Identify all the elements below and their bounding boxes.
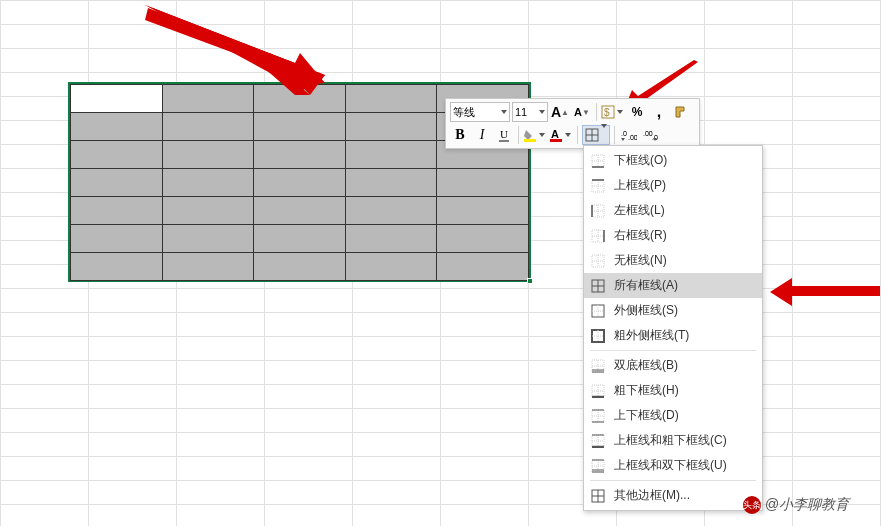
fill-handle[interactable] <box>527 278 533 284</box>
menu-item-label: 外侧框线(S) <box>614 302 754 319</box>
underline-icon: U <box>497 128 511 142</box>
border-menu-item-top_thick_bottom[interactable]: 上框线和粗下框线(C) <box>584 428 762 453</box>
menu-item-label: 左框线(L) <box>614 202 754 219</box>
border-menu-item-none[interactable]: 无框线(N) <box>584 248 762 273</box>
menu-item-label: 其他边框(M)... <box>614 487 754 504</box>
menu-separator <box>590 480 756 481</box>
bold-button[interactable]: B <box>450 125 470 145</box>
decrease-font-button[interactable]: A▼ <box>572 102 592 122</box>
watermark: 头条 @小李聊教育 <box>743 496 849 514</box>
font-color-icon: A <box>549 128 563 142</box>
menu-item-label: 上框线和双下框线(U) <box>614 457 754 474</box>
watermark-text: @小李聊教育 <box>765 496 849 514</box>
border-menu-item-right[interactable]: 右框线(R) <box>584 223 762 248</box>
border-double_bottom-icon <box>590 358 606 374</box>
border-bottom-icon <box>590 153 606 169</box>
border-right-icon <box>590 228 606 244</box>
font-family-select[interactable]: 等线 <box>450 102 510 122</box>
font-color-button[interactable]: A <box>549 125 573 145</box>
svg-text:.0: .0 <box>621 130 627 137</box>
increase-decimal-button[interactable]: .0.00 <box>619 125 639 145</box>
border-top-icon <box>590 178 606 194</box>
paint-bucket-icon <box>523 128 537 142</box>
menu-item-label: 所有框线(A) <box>614 277 754 294</box>
menu-item-label: 上下框线(D) <box>614 407 754 424</box>
borders-icon <box>585 128 599 142</box>
font-size-value: 11 <box>515 106 527 118</box>
currency-icon: $ <box>601 105 615 119</box>
border-menu-item-outside[interactable]: 外侧框线(S) <box>584 298 762 323</box>
border-left-icon <box>590 203 606 219</box>
font-size-select[interactable]: 11 <box>512 102 548 122</box>
menu-item-label: 双底框线(B) <box>614 357 754 374</box>
mini-toolbar: 等线 11 A▲ A▼ $ % , B I <box>445 98 700 149</box>
menu-item-label: 右框线(R) <box>614 227 754 244</box>
border-menu-item-thick_outside[interactable]: 粗外侧框线(T) <box>584 323 762 348</box>
border-outside-icon <box>590 303 606 319</box>
svg-rect-8 <box>524 139 536 142</box>
menu-item-label: 上框线(P) <box>614 177 754 194</box>
border-top_bottom-icon <box>590 408 606 424</box>
menu-item-label: 粗外侧框线(T) <box>614 327 754 344</box>
svg-text:.00: .00 <box>628 134 637 141</box>
border-menu-item-top_bottom[interactable]: 上下框线(D) <box>584 403 762 428</box>
border-top_thick_bottom-icon <box>590 433 606 449</box>
border-more-icon <box>590 488 606 504</box>
border-thick_outside-icon <box>590 328 606 344</box>
border-thick_bottom-icon <box>590 383 606 399</box>
border-all-icon <box>590 278 606 294</box>
percent-button[interactable]: % <box>627 102 647 122</box>
svg-text:U: U <box>500 128 508 140</box>
toutiao-icon: 头条 <box>743 496 761 514</box>
increase-decimal-icon: .0.00 <box>621 128 637 142</box>
border-menu-item-bottom[interactable]: 下框线(O) <box>584 148 762 173</box>
fill-color-button[interactable] <box>523 125 547 145</box>
italic-button[interactable]: I <box>472 125 492 145</box>
underline-button[interactable]: U <box>494 125 514 145</box>
menu-separator <box>590 350 756 351</box>
border-menu-item-more[interactable]: 其他边框(M)... <box>584 483 762 508</box>
svg-rect-10 <box>550 139 562 142</box>
border-none-icon <box>590 253 606 269</box>
svg-text:$: $ <box>604 107 610 118</box>
border-menu-item-double_bottom[interactable]: 双底框线(B) <box>584 353 762 378</box>
increase-font-button[interactable]: A▲ <box>550 102 570 122</box>
border-menu-item-thick_bottom[interactable]: 粗下框线(H) <box>584 378 762 403</box>
border-menu-item-left[interactable]: 左框线(L) <box>584 198 762 223</box>
menu-item-label: 粗下框线(H) <box>614 382 754 399</box>
menu-item-label: 下框线(O) <box>614 152 754 169</box>
border-menu-item-top_double_bottom[interactable]: 上框线和双下框线(U) <box>584 453 762 478</box>
border-menu-item-all[interactable]: 所有框线(A) <box>584 273 762 298</box>
svg-text:A: A <box>551 128 559 140</box>
font-family-value: 等线 <box>453 105 475 120</box>
borders-dropdown-menu: 下框线(O)上框线(P)左框线(L)右框线(R)无框线(N)所有框线(A)外侧框… <box>583 145 763 511</box>
accounting-format-button[interactable]: $ <box>601 102 625 122</box>
chevron-down-icon <box>501 110 507 114</box>
border-menu-item-top[interactable]: 上框线(P) <box>584 173 762 198</box>
menu-item-label: 无框线(N) <box>614 252 754 269</box>
format-painter-button[interactable] <box>671 102 691 122</box>
comma-button[interactable]: , <box>649 102 669 122</box>
decrease-decimal-icon: .00.0 <box>643 128 659 142</box>
menu-item-label: 上框线和粗下框线(C) <box>614 432 754 449</box>
decrease-decimal-button[interactable]: .00.0 <box>641 125 661 145</box>
border-top_double_bottom-icon <box>590 458 606 474</box>
borders-button[interactable] <box>582 125 610 145</box>
chevron-down-icon <box>539 110 545 114</box>
paintbrush-icon <box>674 105 688 119</box>
